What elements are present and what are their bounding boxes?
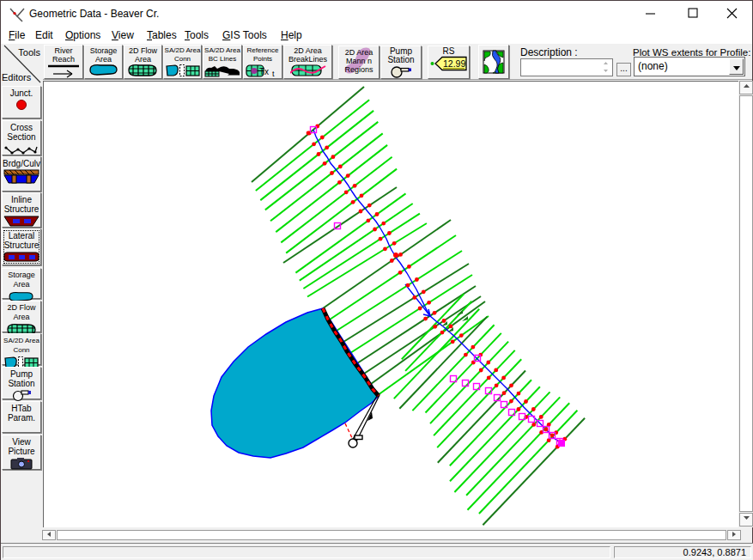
- svg-text:t: t: [272, 70, 275, 78]
- svg-text:12.99: 12.99: [443, 58, 465, 69]
- svg-text:Tx: Tx: [259, 67, 269, 76]
